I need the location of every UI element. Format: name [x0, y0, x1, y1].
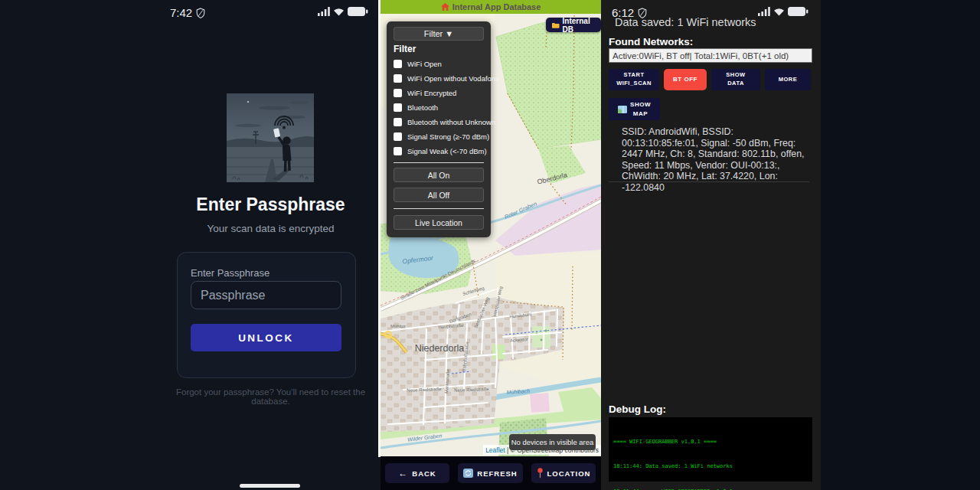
log-line: 18:11:44: Data saved: 1 WiFi networks [613, 462, 808, 471]
folder-icon [552, 21, 560, 29]
location-label: LOCATION [547, 469, 591, 478]
debug-log-console[interactable]: ==== WIFI-GEOGRABBER v1.0.1 ==== 18:11:4… [609, 417, 812, 482]
filter-option-label: Bluetooth [407, 103, 438, 112]
refresh-label: REFRESH [477, 469, 517, 478]
show-data-button[interactable]: SHOW DATA [711, 69, 760, 90]
filter-option-label: Signal Weak (<-70 dBm) [407, 147, 487, 155]
all-off-button[interactable]: All Off [394, 188, 484, 202]
action-button-row: START WIFI_SCAN BT OFF SHOW DATA MORE [609, 69, 812, 90]
map-screen: Oberdorla Roter Graben Opfermoor Straße … [381, 0, 601, 490]
filter-divider [394, 208, 484, 209]
location-pin-icon [537, 468, 544, 479]
forgot-passphrase-hint: Forgot your passphrase? You'll need to r… [161, 387, 381, 406]
wifi-icon [333, 7, 345, 16]
geograbber-app: 6:12 Data saved: 1 WiFi networks Found N… [601, 0, 821, 490]
checkbox[interactable] [394, 74, 402, 83]
signal-icon [318, 7, 330, 16]
map-app-header: Internal App Database [381, 0, 601, 14]
filter-option-label: WiFi Open [407, 60, 442, 68]
checkbox[interactable] [394, 60, 402, 68]
filter-option-signal-strong[interactable]: Signal Strong (≥-70 dBm) [394, 132, 499, 141]
debug-log-label: Debug Log: [609, 403, 666, 415]
filter-divider [394, 162, 484, 163]
back-button[interactable]: ← BACK [385, 463, 449, 483]
passphrase-card: Enter Passphrase UNLOCK [177, 252, 356, 378]
refresh-button[interactable]: REFRESH [458, 463, 523, 483]
filter-panel: Filter ▼ Filter WiFi Open WiFi Open with… [387, 21, 491, 237]
home-indicator[interactable] [240, 484, 300, 488]
checkbox[interactable] [394, 132, 402, 141]
show-map-button[interactable]: SHOW MAP [609, 98, 660, 120]
privacy-shield-icon [196, 8, 205, 18]
show-map-label: SHOW MAP [630, 100, 651, 118]
leaflet-link[interactable]: Leaflet [485, 446, 505, 454]
map-label: Niederdorla [415, 343, 465, 354]
status-icons-right [758, 7, 808, 16]
map-label: Mühltor [390, 324, 406, 328]
section-divider [609, 181, 809, 182]
battery-icon [348, 7, 368, 16]
filter-toggle-button[interactable]: Filter ▼ [394, 27, 484, 41]
home-icon [441, 3, 449, 11]
checkbox[interactable] [394, 89, 402, 97]
map-header-title: Internal App Database [452, 2, 541, 11]
passphrase-label: Enter Passphrase [191, 267, 270, 279]
live-location-button[interactable]: Live Location [394, 215, 484, 230]
no-devices-toast: No devices in visible area [509, 434, 596, 450]
back-label: BACK [412, 469, 436, 478]
location-button[interactable]: LOCATION [531, 463, 596, 483]
found-networks-label: Found Networks: [609, 36, 693, 47]
filter-option-bluetooth[interactable]: Bluetooth [394, 103, 499, 112]
map-icon [618, 106, 627, 113]
log-line: ==== WIFI-GEOGRABBER v1.0.1 ==== [613, 438, 808, 446]
passphrase-input[interactable] [191, 281, 341, 309]
filter-option-wifi-open[interactable]: WiFi Open [394, 60, 499, 68]
data-saved-status: Data saved: 1 WiFi networks [615, 16, 756, 28]
filter-option-label: Bluetooth without Unknown [407, 118, 495, 126]
bt-off-button[interactable]: BT OFF [664, 69, 707, 90]
status-bar-left: 7:42 [170, 6, 205, 19]
screen-filler [821, 0, 980, 490]
signal-icon [758, 7, 770, 16]
night-scan-illustration [227, 93, 314, 182]
filter-heading: Filter [394, 44, 416, 54]
refresh-icon [463, 469, 473, 478]
filter-option-signal-weak[interactable]: Signal Weak (<-70 dBm) [394, 147, 499, 155]
all-on-button[interactable]: All On [394, 168, 484, 182]
filter-option-bluetooth-no-unknown[interactable]: Bluetooth without Unknown [394, 118, 499, 126]
network-summary-field[interactable] [609, 48, 812, 63]
screen-seam [378, 0, 381, 457]
passphrase-screen: 7:42 [0, 0, 381, 490]
back-arrow-icon: ← [398, 468, 408, 479]
internal-db-badge[interactable]: Internal DB [546, 18, 601, 32]
unlock-button[interactable]: UNLOCK [191, 324, 341, 351]
checkbox[interactable] [394, 147, 402, 155]
network-info-text: SSID: AndroidWifi, BSSID: 00:13:10:85:fe… [622, 126, 812, 193]
filter-option-wifi-open-no-vodafone[interactable]: WiFi Open without Vodafone [394, 74, 499, 83]
page-subtitle: Your scan data is encrypted [161, 223, 381, 234]
checkbox[interactable] [394, 103, 402, 112]
more-button[interactable]: MORE [765, 69, 811, 90]
geograbber-screen: 6:12 Data saved: 1 WiFi networks Found N… [601, 0, 980, 490]
map-bottom-bar: ← BACK REFRESH LOCATION [381, 456, 601, 490]
filter-options: WiFi Open WiFi Open without Vodafone WiF… [394, 60, 499, 155]
status-icons-left [318, 7, 368, 16]
page-title: Enter Passphrase [161, 194, 381, 215]
internal-db-label: Internal DB [563, 17, 595, 34]
wifi-icon [773, 7, 785, 16]
filter-option-label: WiFi Open without Vodafone [407, 74, 499, 83]
battery-icon [788, 7, 808, 16]
start-wifi-scan-button[interactable]: START WIFI_SCAN [609, 69, 659, 90]
filter-option-wifi-encrypted[interactable]: WiFi Encrypted [394, 89, 499, 97]
filter-option-label: Signal Strong (≥-70 dBm) [407, 132, 489, 141]
status-time: 7:42 [170, 6, 192, 19]
filter-option-label: WiFi Encrypted [407, 89, 456, 97]
checkbox[interactable] [394, 118, 402, 126]
